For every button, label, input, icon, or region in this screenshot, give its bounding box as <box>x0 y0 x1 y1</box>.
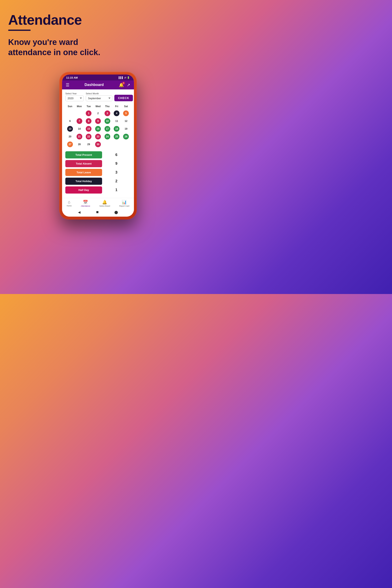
bottom-nav-icon: 📊 <box>122 200 127 204</box>
cal-header-sun: Sun <box>65 104 75 108</box>
app-title: Attendance <box>8 12 188 28</box>
header-section: Attendance Know you're wardattendance in… <box>8 8 188 70</box>
calendar-day[interactable]: 15 <box>84 125 93 132</box>
wifi-icon: ⇄ <box>124 76 126 79</box>
summary-section: Total Present6Total Absent9Total Leave3T… <box>65 151 131 194</box>
summary-value: 2 <box>102 178 131 185</box>
calendar-day[interactable]: 28 <box>75 141 84 148</box>
calendar-day[interactable]: 1 <box>84 110 93 117</box>
year-selector-group: Select Year 2020 2019 2021 <box>65 92 84 101</box>
calendar-day <box>75 110 84 117</box>
calendar-day <box>103 141 112 148</box>
bottom-nav-item-report-card[interactable]: 📊Report Card <box>119 200 129 207</box>
calendar-day[interactable]: 29 <box>84 141 93 148</box>
summary-label: Total Leave <box>65 169 102 176</box>
status-icons: ▌▌▌ ⇄ 🔋 <box>119 76 130 79</box>
summary-row[interactable]: Half Day1 <box>65 186 131 194</box>
calendar-day[interactable]: 25 <box>112 133 122 140</box>
calendar-day[interactable]: 30 <box>93 141 103 148</box>
calendar-day <box>121 141 131 148</box>
cal-header-wed: Wed <box>93 104 103 108</box>
bottom-nav-item-notice-board[interactable]: 🔔Notice Board <box>100 200 110 207</box>
summary-row[interactable]: Total Absent9 <box>65 160 131 168</box>
check-button[interactable]: CHECK <box>114 95 133 101</box>
cal-header-tue: Tue <box>84 104 93 108</box>
calendar-day[interactable]: 24 <box>103 133 112 140</box>
summary-row[interactable]: Total Holiday2 <box>65 178 131 185</box>
cal-header-thu: Thu <box>103 104 112 108</box>
bottom-nav-label: Notice Board <box>100 205 110 207</box>
calendar-day[interactable]: 2 <box>93 110 103 117</box>
calendar-day[interactable]: 11 <box>112 118 122 124</box>
bottom-nav-icon: 📅 <box>83 200 88 204</box>
signal-icon: ▌▌▌ <box>119 76 124 79</box>
calendar-day[interactable]: 7 <box>75 118 84 124</box>
calendar-day[interactable]: 9 <box>93 118 103 124</box>
calendar-day[interactable]: 14 <box>75 125 84 132</box>
selectors-row: Select Year 2020 2019 2021 Select Month … <box>65 92 131 101</box>
status-time: 11:15 AM <box>66 76 78 79</box>
recent-button[interactable]: ⬤ <box>114 210 118 214</box>
summary-row[interactable]: Total Leave3 <box>65 169 131 176</box>
cal-header-fri: Fri <box>112 104 122 108</box>
calendar-day[interactable]: 16 <box>93 125 103 132</box>
bottom-nav-label: Attendance <box>81 205 90 207</box>
bottom-nav-item-attendance[interactable]: 📅Attendance <box>81 200 90 207</box>
month-select[interactable]: September October August <box>86 95 112 101</box>
calendar-day[interactable]: 5 <box>121 110 131 117</box>
bottom-nav: ⌂Home📅Attendance🔔Notice Board📊Report Car… <box>62 198 134 208</box>
bottom-nav-label: Home <box>67 205 72 207</box>
summary-row[interactable]: Total Present6 <box>65 151 131 159</box>
summary-value: 6 <box>102 151 131 159</box>
bottom-nav-icon: 🔔 <box>102 200 107 204</box>
calendar-day <box>65 110 75 117</box>
calendar-day[interactable]: 23 <box>93 133 103 140</box>
calendar: Sun Mon Tue Wed Thu Fri Sat 123456789101… <box>65 104 131 148</box>
calendar-day[interactable]: 13 <box>65 125 75 132</box>
calendar-day[interactable]: 6 <box>65 118 75 124</box>
calendar-day[interactable]: 10 <box>103 118 112 124</box>
app-body: Select Year 2020 2019 2021 Select Month … <box>62 90 134 198</box>
calendar-day[interactable]: 12 <box>121 118 131 124</box>
calendar-day[interactable]: 4 <box>112 110 122 117</box>
calendar-header: Sun Mon Tue Wed Thu Fri Sat <box>65 104 131 108</box>
calendar-day[interactable]: 18 <box>112 125 122 132</box>
calendar-day[interactable]: 22 <box>84 133 93 140</box>
calendar-day[interactable]: 27 <box>65 141 75 148</box>
calendar-day[interactable]: 3 <box>103 110 112 117</box>
summary-value: 1 <box>102 186 131 194</box>
bell-icon[interactable]: 🔔 0 <box>119 82 124 88</box>
month-label: Select Month <box>86 92 112 95</box>
calendar-grid: 1234567891011121314151617181920212223242… <box>65 110 131 148</box>
calendar-day[interactable]: 19 <box>121 125 131 132</box>
hamburger-icon[interactable]: ☰ <box>66 82 70 88</box>
year-label: Select Year <box>65 92 84 95</box>
calendar-day[interactable]: 17 <box>103 125 112 132</box>
phone-outer: 11:15 AM ▌▌▌ ⇄ 🔋 ☰ Dashboard 🔔 0 <box>59 72 137 220</box>
summary-label: Total Absent <box>65 160 102 167</box>
top-nav: ☰ Dashboard 🔔 0 ↗ <box>62 80 134 90</box>
summary-value: 9 <box>102 160 131 168</box>
month-selector-group: Select Month September October August <box>86 92 112 101</box>
share-icon[interactable]: ↗ <box>127 82 130 88</box>
battery-icon: 🔋 <box>127 76 130 79</box>
home-button[interactable]: ⏹ <box>96 210 99 214</box>
status-bar: 11:15 AM ▌▌▌ ⇄ 🔋 <box>62 74 134 80</box>
year-select[interactable]: 2020 2019 2021 <box>65 95 84 101</box>
phone-screen: 11:15 AM ▌▌▌ ⇄ 🔋 ☰ Dashboard 🔔 0 <box>62 74 134 216</box>
calendar-day[interactable]: 8 <box>84 118 93 124</box>
bottom-nav-item-home[interactable]: ⌂Home <box>67 200 72 207</box>
nav-title: Dashboard <box>84 83 104 87</box>
summary-label: Total Present <box>65 151 102 158</box>
back-button[interactable]: ◀ <box>78 210 80 214</box>
title-underline <box>8 30 30 31</box>
summary-value: 3 <box>102 169 131 176</box>
cal-header-mon: Mon <box>75 104 84 108</box>
calendar-day[interactable]: 21 <box>75 133 84 140</box>
calendar-day <box>112 141 122 148</box>
phone-container: 11:15 AM ▌▌▌ ⇄ 🔋 ☰ Dashboard 🔔 0 <box>8 72 188 220</box>
system-nav[interactable]: ◀ ⏹ ⬤ <box>62 208 134 216</box>
calendar-day[interactable]: 26 <box>121 133 131 140</box>
bottom-nav-icon: ⌂ <box>68 200 70 204</box>
calendar-day[interactable]: 20 <box>65 133 75 140</box>
